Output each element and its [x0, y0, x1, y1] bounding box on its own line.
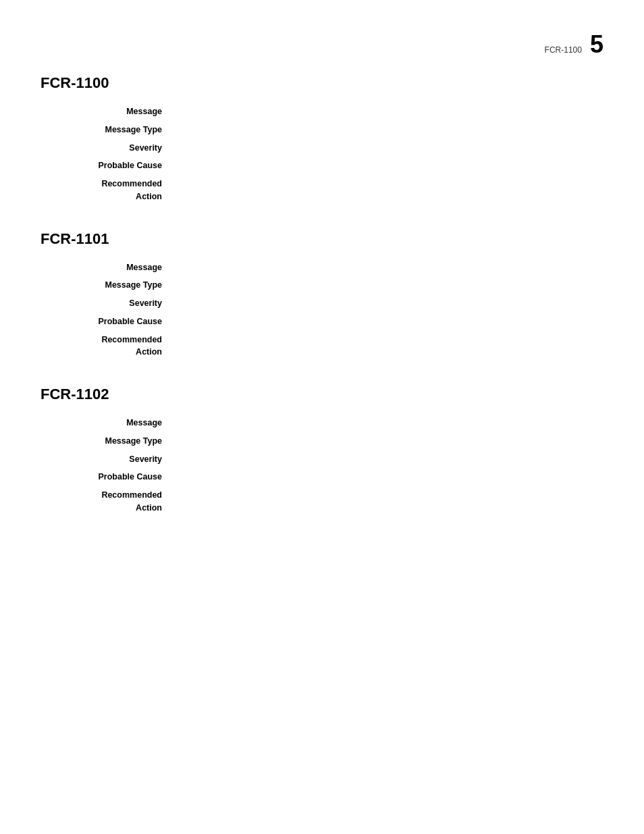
page-header-label: FCR-1100	[545, 45, 582, 55]
field-row-fcr-1101-2: Severity	[41, 297, 603, 310]
field-label-fcr-1102-0: Message	[41, 417, 176, 429]
field-value-fcr-1101-2	[176, 297, 603, 310]
field-label-fcr-1101-2: Severity	[41, 297, 176, 310]
field-value-fcr-1101-4	[176, 334, 603, 359]
field-label-fcr-1100-4: RecommendedAction	[41, 178, 176, 203]
page-header-number: 5	[590, 32, 603, 57]
section-title-fcr-1102: FCR-1102	[41, 386, 603, 403]
field-row-fcr-1100-2: Severity	[41, 142, 603, 155]
field-row-fcr-1101-3: Probable Cause	[41, 315, 603, 328]
field-label-fcr-1100-0: Message	[41, 105, 176, 118]
field-row-fcr-1101-0: Message	[41, 261, 603, 274]
field-label-fcr-1101-0: Message	[41, 261, 176, 274]
field-value-fcr-1100-2	[176, 142, 603, 155]
field-label-fcr-1101-3: Probable Cause	[41, 315, 176, 328]
field-row-fcr-1102-0: Message	[41, 417, 603, 429]
field-label-fcr-1100-2: Severity	[41, 142, 176, 155]
field-label-fcr-1102-2: Severity	[41, 453, 176, 466]
field-value-fcr-1101-3	[176, 315, 603, 328]
field-label-fcr-1102-1: Message Type	[41, 435, 176, 448]
section-title-fcr-1101: FCR-1101	[41, 230, 603, 248]
section-fcr-1101: FCR-1101MessageMessage TypeSeverityProba…	[41, 230, 603, 359]
field-value-fcr-1102-2	[176, 453, 603, 466]
field-value-fcr-1100-3	[176, 159, 603, 172]
field-value-fcr-1102-1	[176, 435, 603, 448]
field-label-fcr-1102-4: RecommendedAction	[41, 489, 176, 515]
field-value-fcr-1100-4	[176, 178, 603, 203]
field-label-fcr-1101-1: Message Type	[41, 279, 176, 292]
section-title-fcr-1100: FCR-1100	[41, 74, 603, 92]
field-label-fcr-1101-4: RecommendedAction	[41, 334, 176, 359]
section-fcr-1102: FCR-1102MessageMessage TypeSeverityProba…	[41, 386, 603, 515]
field-value-fcr-1100-1	[176, 124, 603, 136]
field-row-fcr-1102-4: RecommendedAction	[41, 489, 603, 515]
field-row-fcr-1102-3: Probable Cause	[41, 471, 603, 484]
field-row-fcr-1102-2: Severity	[41, 453, 603, 466]
field-value-fcr-1102-0	[176, 417, 603, 429]
field-label-fcr-1102-3: Probable Cause	[41, 471, 176, 484]
field-value-fcr-1100-0	[176, 105, 603, 118]
field-row-fcr-1100-0: Message	[41, 105, 603, 118]
field-value-fcr-1101-0	[176, 261, 603, 274]
field-row-fcr-1100-1: Message Type	[41, 124, 603, 136]
field-row-fcr-1101-1: Message Type	[41, 279, 603, 292]
main-content: FCR-1100MessageMessage TypeSeverityProba…	[41, 74, 603, 515]
field-row-fcr-1100-4: RecommendedAction	[41, 178, 603, 203]
field-value-fcr-1101-1	[176, 279, 603, 292]
field-label-fcr-1100-3: Probable Cause	[41, 159, 176, 172]
section-fcr-1100: FCR-1100MessageMessage TypeSeverityProba…	[41, 74, 603, 203]
field-value-fcr-1102-3	[176, 471, 603, 484]
field-label-fcr-1100-1: Message Type	[41, 124, 176, 136]
page-header: FCR-1100 5	[545, 32, 603, 57]
field-value-fcr-1102-4	[176, 489, 603, 515]
field-row-fcr-1102-1: Message Type	[41, 435, 603, 448]
field-row-fcr-1100-3: Probable Cause	[41, 159, 603, 172]
field-row-fcr-1101-4: RecommendedAction	[41, 334, 603, 359]
